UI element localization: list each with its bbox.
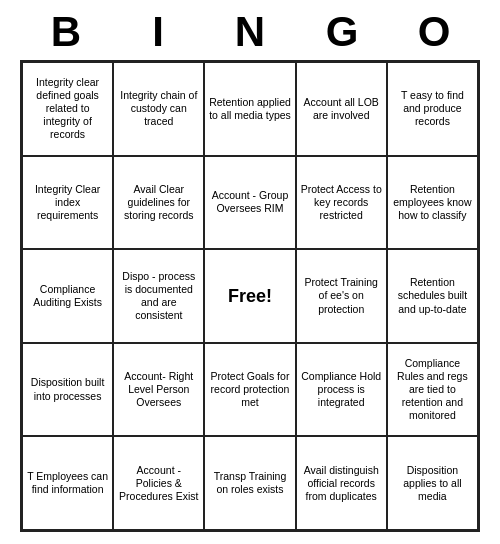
bingo-cell-23: Avail distinguish official records from … <box>296 436 387 530</box>
bingo-cell-9: Retention employees know how to classify <box>387 156 478 250</box>
bingo-cell-24: Disposition applies to all media <box>387 436 478 530</box>
bingo-cell-8: Protect Access to key records restricted <box>296 156 387 250</box>
bingo-title: B I N G O <box>20 0 480 60</box>
bingo-cell-7: Account - Group Oversees RIM <box>204 156 295 250</box>
bingo-cell-16: Account- Right Level Person Oversees <box>113 343 204 437</box>
bingo-cell-17: Protect Goals for record protection met <box>204 343 295 437</box>
title-o: O <box>404 8 464 56</box>
bingo-cell-11: Dispo - process is documented and are co… <box>113 249 204 343</box>
title-g: G <box>312 8 372 56</box>
bingo-cell-0: Integrity clear defined goals related to… <box>22 62 113 156</box>
bingo-cell-21: Account - Policies & Procedures Exist <box>113 436 204 530</box>
bingo-cell-15: Disposition built into processes <box>22 343 113 437</box>
bingo-cell-20: T Employees can find information <box>22 436 113 530</box>
title-i: I <box>128 8 188 56</box>
bingo-cell-22: Transp Training on roles exists <box>204 436 295 530</box>
bingo-cell-18: Compliance Hold process is integrated <box>296 343 387 437</box>
bingo-cell-3: Account all LOB are involved <box>296 62 387 156</box>
bingo-cell-2: Retention applied to all media types <box>204 62 295 156</box>
title-b: B <box>36 8 96 56</box>
bingo-grid: Integrity clear defined goals related to… <box>20 60 480 532</box>
bingo-cell-5: Integrity Clear index requirements <box>22 156 113 250</box>
bingo-cell-19: Compliance Rules and regs are tied to re… <box>387 343 478 437</box>
bingo-cell-12: Free! <box>204 249 295 343</box>
bingo-cell-13: Protect Training of ee's on protection <box>296 249 387 343</box>
title-n: N <box>220 8 280 56</box>
bingo-cell-6: Avail Clear guidelines for storing recor… <box>113 156 204 250</box>
bingo-cell-1: Integrity chain of custody can traced <box>113 62 204 156</box>
bingo-cell-4: T easy to find and produce records <box>387 62 478 156</box>
bingo-cell-10: Compliance Auditing Exists <box>22 249 113 343</box>
bingo-cell-14: Retention schedules built and up-to-date <box>387 249 478 343</box>
